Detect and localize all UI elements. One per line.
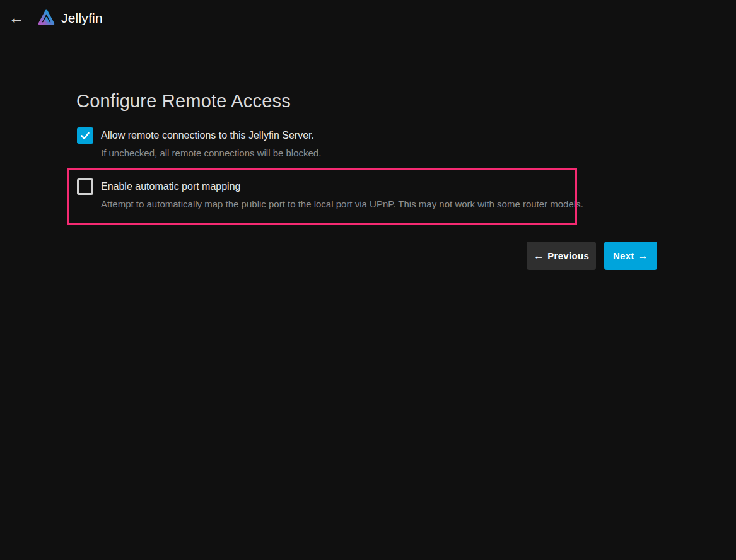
allow-remote-connections-label[interactable]: Allow remote connections to this Jellyfi… bbox=[101, 127, 321, 144]
back-arrow-icon: ← bbox=[9, 9, 25, 26]
option-allow-remote-connections: Allow remote connections to this Jellyfi… bbox=[77, 127, 321, 158]
allow-remote-connections-description: If unchecked, all remote connections wil… bbox=[101, 148, 321, 158]
wizard-nav-buttons: ← Previous Next → bbox=[527, 242, 657, 270]
enable-port-mapping-checkbox[interactable] bbox=[77, 178, 93, 195]
enable-port-mapping-description: Attempt to automatically map the public … bbox=[101, 199, 583, 209]
previous-button-label: Previous bbox=[547, 250, 589, 261]
option-text: Enable automatic port mapping Attempt to… bbox=[101, 178, 583, 209]
jellyfin-logo-icon bbox=[37, 7, 56, 29]
previous-button[interactable]: ← Previous bbox=[527, 242, 596, 270]
checkmark-icon bbox=[79, 130, 91, 141]
brand: Jellyfin bbox=[37, 7, 103, 29]
back-button[interactable]: ← bbox=[7, 8, 26, 27]
jellyfin-setup-wizard-screen: ← Jellyfin Configure Remote Access bbox=[0, 0, 736, 560]
app-name: Jellyfin bbox=[61, 11, 103, 26]
previous-arrow-icon: ← bbox=[534, 250, 544, 262]
enable-port-mapping-label[interactable]: Enable automatic port mapping bbox=[101, 178, 583, 195]
next-button[interactable]: Next → bbox=[604, 242, 657, 270]
option-enable-port-mapping: Enable automatic port mapping Attempt to… bbox=[77, 178, 583, 209]
page-title: Configure Remote Access bbox=[76, 91, 291, 112]
next-button-label: Next bbox=[613, 250, 634, 261]
allow-remote-connections-checkbox[interactable] bbox=[77, 127, 93, 144]
top-bar: ← Jellyfin bbox=[0, 0, 736, 37]
option-text: Allow remote connections to this Jellyfi… bbox=[101, 127, 321, 158]
next-arrow-icon: → bbox=[638, 250, 648, 262]
